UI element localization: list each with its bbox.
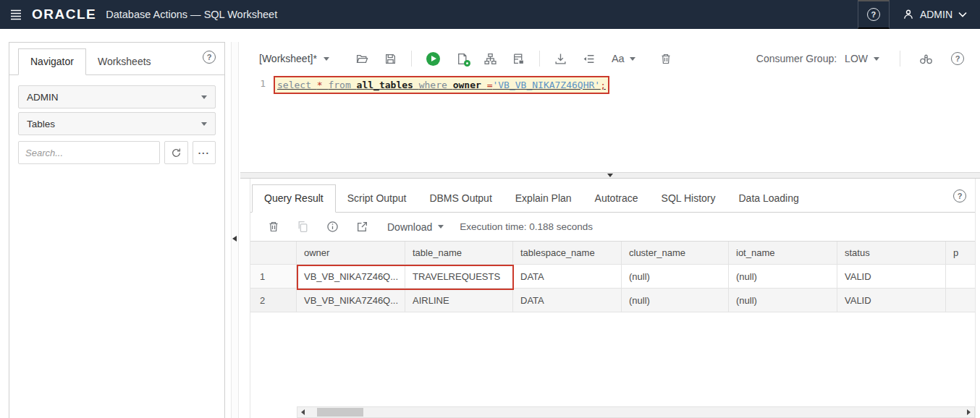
column-header-iot-name[interactable]: iot_name [729, 242, 837, 264]
user-label: ADMIN [920, 9, 952, 20]
sql-string-literal: 'VB_VB_NIKA7Z46QHR' [492, 80, 600, 90]
editor-results-splitter[interactable] [240, 172, 980, 179]
arrow-left-icon [301, 409, 305, 415]
tab-query-result[interactable]: Query Result [252, 184, 336, 213]
open-file-button[interactable] [356, 53, 368, 65]
worksheet-select[interactable]: [Worksheet]* [259, 53, 329, 64]
worksheet-toolbar-right: Consumer Group: LOW ? [756, 51, 970, 67]
cell-tablespace-name[interactable]: DATA [513, 289, 622, 312]
sql-identifier: owner [453, 80, 487, 90]
scroll-left-button[interactable] [297, 407, 308, 417]
tab-sql-history[interactable]: SQL History [650, 185, 727, 212]
user-menu-button[interactable]: ADMIN [890, 0, 980, 29]
cell-row-number[interactable]: 2 [250, 289, 297, 312]
results-help-button[interactable]: ? [953, 189, 966, 207]
cell-cluster-name[interactable]: (null) [622, 289, 729, 312]
object-type-select[interactable]: Tables [18, 112, 216, 135]
run-statement-button[interactable] [426, 52, 440, 66]
cell-owner[interactable]: VB_VB_NIKA7Z46Q... [297, 289, 405, 312]
hamburger-icon [10, 9, 22, 20]
save-icon [384, 53, 397, 65]
run-script-button[interactable] [456, 53, 468, 65]
discard-results-button[interactable] [268, 221, 279, 233]
table-row[interactable]: 1 VB_VB_NIKA7Z46Q... TRAVELREQUESTS DATA… [250, 265, 975, 289]
sql-keyword: select [277, 80, 317, 90]
run-icon [426, 52, 440, 66]
save-button[interactable] [384, 53, 397, 65]
cell-row-number[interactable]: 1 [250, 265, 297, 288]
more-actions-button[interactable]: ··· [193, 141, 216, 164]
schema-select[interactable]: ADMIN [18, 85, 216, 108]
scroll-right-button[interactable] [963, 407, 974, 417]
cell-cluster-name[interactable]: (null) [622, 265, 729, 288]
column-header-p[interactable]: p [946, 242, 975, 264]
cell-status[interactable]: VALID [837, 289, 946, 312]
table-row[interactable]: 2 VB_VB_NIKA7Z46Q... AIRLINE DATA (null)… [250, 289, 975, 312]
consumer-group-select[interactable]: LOW [845, 53, 879, 64]
cell-table-name[interactable]: TRAVELREQUESTS [405, 265, 513, 288]
result-info-button[interactable] [326, 221, 339, 233]
navigator-body: ADMIN Tables ··· [9, 75, 224, 174]
result-grid: owner table_name tablespace_name cluster… [250, 241, 975, 418]
column-header-owner[interactable]: owner [297, 242, 405, 264]
chevron-down-icon [324, 57, 329, 61]
help-icon: ? [203, 51, 216, 64]
cell-p[interactable] [946, 289, 975, 312]
column-header-tablespace-name[interactable]: tablespace_name [513, 242, 622, 264]
app-title: Database Actions — SQL Worksheet [106, 9, 277, 20]
cell-table-name[interactable]: AIRLINE [405, 289, 513, 312]
cell-iot-name[interactable]: (null) [729, 289, 837, 312]
explain-plan-button[interactable] [484, 53, 497, 65]
green-dot [464, 60, 470, 67]
find-button[interactable] [919, 53, 933, 65]
autotrace-button[interactable] [512, 53, 525, 65]
search-input[interactable] [18, 141, 160, 164]
text-case-dropdown[interactable]: Aa [612, 53, 635, 64]
results-panel: Query Result Script Output DBMS Output E… [250, 179, 976, 418]
editor-gutter: 1 [240, 76, 274, 172]
run-script-icon [456, 53, 468, 65]
editor-code-area[interactable]: select * from all_tables where owner ='V… [274, 76, 980, 172]
navigator-help-button[interactable]: ? [203, 51, 216, 64]
worksheet-select-value: [Worksheet]* [259, 53, 317, 64]
chevron-down-icon [201, 95, 207, 99]
header-help-button[interactable]: ? [858, 0, 890, 29]
tab-data-loading[interactable]: Data Loading [727, 185, 811, 212]
worksheet-help-button[interactable]: ? [951, 52, 964, 65]
sql-keyword: where [419, 80, 453, 90]
hamburger-menu-button[interactable] [0, 0, 32, 29]
toolbar-divider [900, 51, 900, 67]
column-header-status[interactable]: status [837, 242, 946, 264]
scrollbar-thumb[interactable] [317, 408, 363, 417]
collapse-left-icon[interactable] [232, 236, 237, 242]
cell-iot-name[interactable]: (null) [729, 265, 837, 288]
download-results-dropdown[interactable]: Download [387, 221, 444, 233]
execution-time-label: Execution time: 0.188 seconds [460, 221, 593, 232]
tab-worksheets[interactable]: Worksheets [86, 49, 163, 74]
splitter-handle-icon [607, 174, 613, 177]
tab-navigator[interactable]: Navigator [18, 48, 86, 75]
open-in-new-window-button[interactable] [356, 221, 368, 233]
clear-worksheet-button[interactable] [660, 53, 672, 65]
tab-autotrace[interactable]: Autotrace [583, 185, 650, 212]
panel-splitter[interactable] [231, 42, 239, 418]
column-header-table-name[interactable]: table_name [405, 242, 513, 264]
cell-owner[interactable]: VB_VB_NIKA7Z46Q... [297, 265, 405, 288]
results-toolbar: Download Execution time: 0.188 seconds [250, 213, 975, 241]
copy-results-button[interactable] [297, 221, 309, 233]
tab-script-output[interactable]: Script Output [336, 185, 418, 212]
help-icon: ? [951, 52, 964, 65]
folder-open-icon [356, 53, 368, 65]
download-editor-button[interactable] [554, 53, 567, 65]
consumer-group-value: LOW [845, 53, 868, 64]
tab-dbms-output[interactable]: DBMS Output [418, 185, 503, 212]
grid-horizontal-scrollbar[interactable] [297, 406, 975, 418]
cell-status[interactable]: VALID [837, 265, 946, 288]
cell-tablespace-name[interactable]: DATA [513, 265, 622, 288]
format-button[interactable] [583, 53, 595, 65]
column-header-cluster-name[interactable]: cluster_name [622, 242, 729, 264]
refresh-button[interactable] [164, 141, 188, 164]
sql-editor[interactable]: 1 select * from all_tables where owner =… [240, 74, 980, 172]
cell-p[interactable] [946, 265, 975, 288]
tab-explain-plan[interactable]: Explain Plan [504, 185, 583, 212]
